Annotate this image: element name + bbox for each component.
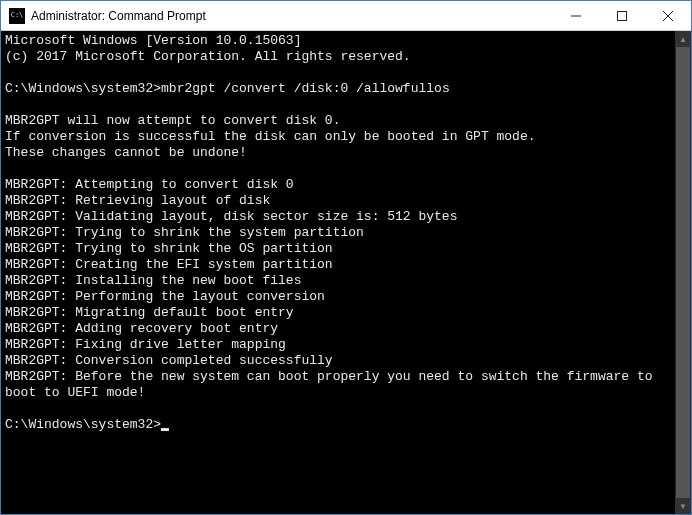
scrollbar-thumb[interactable] [676,47,690,498]
minimize-icon [571,11,581,21]
console-line: MBR2GPT: Validating layout, disk sector … [5,209,675,225]
console-line: MBR2GPT will now attempt to convert disk… [5,113,675,129]
app-icon-glyph: C:\ [11,12,24,19]
prompt: C:\Windows\system32> [5,417,161,432]
typed-command: mbr2gpt /convert /disk:0 /allowfullos [161,81,450,96]
svg-rect-1 [618,11,627,20]
console-prompt-line: C:\Windows\system32> [5,417,675,433]
console-prompt-line: C:\Windows\system32>mbr2gpt /convert /di… [5,81,675,97]
scrollbar-track[interactable] [675,47,691,498]
vertical-scrollbar[interactable]: ▲ ▼ [675,31,691,514]
close-icon [663,11,673,21]
console-output[interactable]: Microsoft Windows [Version 10.0.15063](c… [1,31,675,514]
console-area: Microsoft Windows [Version 10.0.15063](c… [1,31,691,514]
prompt: C:\Windows\system32> [5,81,161,96]
console-line: MBR2GPT: Adding recovery boot entry [5,321,675,337]
close-button[interactable] [645,1,691,30]
console-blank [5,97,675,113]
maximize-icon [617,11,627,21]
window-title: Administrator: Command Prompt [31,9,553,23]
cursor [161,428,169,431]
console-line: MBR2GPT: Conversion completed successful… [5,353,675,369]
minimize-button[interactable] [553,1,599,30]
console-blank [5,401,675,417]
titlebar[interactable]: C:\ Administrator: Command Prompt [1,1,691,31]
window-controls [553,1,691,30]
console-line: MBR2GPT: Installing the new boot files [5,273,675,289]
console-line: If conversion is successful the disk can… [5,129,675,145]
console-line: MBR2GPT: Migrating default boot entry [5,305,675,321]
console-line: MBR2GPT: Trying to shrink the OS partiti… [5,241,675,257]
scrollbar-down-arrow-icon[interactable]: ▼ [675,498,691,514]
console-line: MBR2GPT: Trying to shrink the system par… [5,225,675,241]
console-line: MBR2GPT: Performing the layout conversio… [5,289,675,305]
maximize-button[interactable] [599,1,645,30]
console-line: These changes cannot be undone! [5,145,675,161]
console-line: MBR2GPT: Fixing drive letter mapping [5,337,675,353]
console-line: (c) 2017 Microsoft Corporation. All righ… [5,49,675,65]
console-line: MBR2GPT: Retrieving layout of disk [5,193,675,209]
scrollbar-up-arrow-icon[interactable]: ▲ [675,31,691,47]
console-blank [5,65,675,81]
console-blank [5,161,675,177]
app-icon: C:\ [9,8,25,24]
console-line: MBR2GPT: Attempting to convert disk 0 [5,177,675,193]
console-line: Microsoft Windows [Version 10.0.15063] [5,33,675,49]
command-prompt-window: C:\ Administrator: Command Prompt Micros… [0,0,692,515]
console-line: MBR2GPT: Before the new system can boot … [5,369,675,401]
console-line: MBR2GPT: Creating the EFI system partiti… [5,257,675,273]
